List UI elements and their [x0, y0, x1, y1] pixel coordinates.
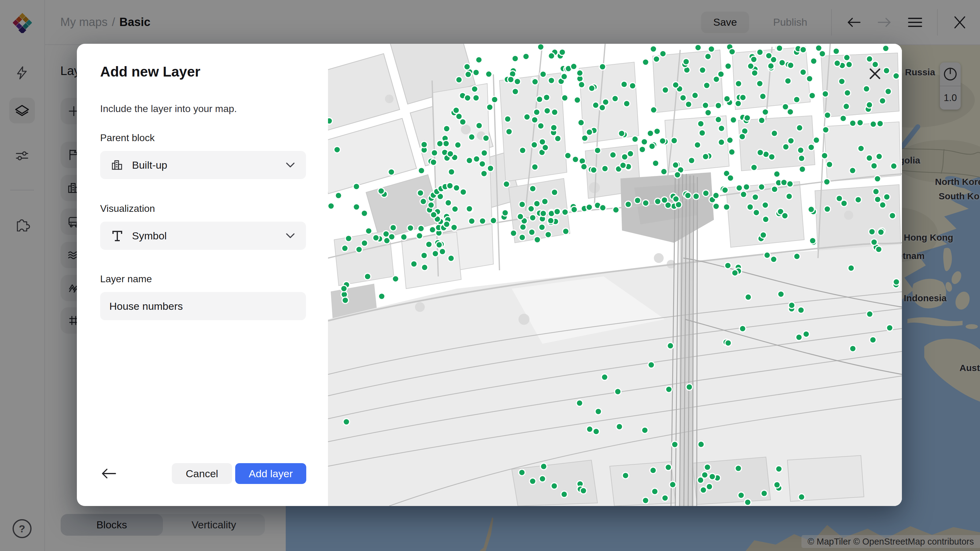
- house-number-marker: [490, 218, 497, 224]
- house-number-marker: [539, 139, 546, 145]
- house-number-marker: [524, 114, 530, 120]
- help-button[interactable]: ?: [13, 519, 32, 538]
- house-number-marker: [625, 201, 632, 208]
- house-number-marker: [411, 261, 417, 267]
- house-number-marker: [431, 150, 438, 156]
- house-number-marker: [671, 137, 678, 144]
- tab-blocks[interactable]: Blocks: [60, 514, 163, 536]
- house-number-marker: [893, 279, 899, 285]
- house-number-marker: [455, 142, 461, 148]
- house-number-marker: [693, 193, 700, 200]
- modal-close-button[interactable]: [866, 65, 884, 83]
- house-number-marker: [725, 340, 731, 346]
- arrow-left-icon: [846, 16, 861, 29]
- country-label: Australia: [959, 363, 980, 373]
- zoom-control[interactable]: 1.0: [940, 62, 961, 110]
- house-number-marker: [799, 155, 805, 162]
- house-number-marker: [481, 170, 487, 177]
- house-number-marker: [747, 204, 753, 210]
- house-number-marker: [759, 117, 765, 124]
- house-number-marker: [870, 337, 876, 343]
- house-number-marker: [599, 105, 605, 111]
- publish-button[interactable]: Publish: [762, 12, 818, 33]
- house-number-marker: [850, 120, 856, 126]
- house-number-marker: [647, 130, 654, 137]
- house-number-marker: [786, 193, 792, 200]
- sidebar-item-plugins[interactable]: [9, 211, 35, 236]
- house-number-marker: [761, 490, 767, 497]
- house-number-marker: [834, 60, 840, 67]
- map-timer-button[interactable]: [940, 62, 961, 86]
- back-button[interactable]: [100, 465, 117, 482]
- house-number-marker: [418, 225, 424, 232]
- house-number-marker: [665, 464, 671, 470]
- house-number-marker: [531, 142, 538, 148]
- house-number-marker: [573, 156, 579, 162]
- house-number-marker: [885, 88, 891, 95]
- house-number-marker: [466, 157, 473, 164]
- house-number-marker: [706, 483, 713, 490]
- house-number-marker: [813, 137, 819, 143]
- redo-button[interactable]: [876, 14, 893, 31]
- house-number-marker: [361, 210, 368, 216]
- sidebar-item-layers[interactable]: [9, 98, 35, 123]
- add-layer-button[interactable]: Add layer: [235, 463, 306, 484]
- house-number-marker: [798, 307, 804, 313]
- house-number-marker: [571, 64, 577, 70]
- sidebar: ?: [0, 0, 45, 551]
- sidebar-item-adjustments[interactable]: [9, 143, 35, 169]
- house-number-marker: [748, 63, 754, 70]
- house-number-marker: [620, 162, 626, 169]
- house-number-marker: [634, 197, 641, 203]
- sidebar-item-shortcuts[interactable]: [9, 60, 35, 86]
- arrow-right-icon: [877, 16, 892, 29]
- house-number-marker: [534, 237, 541, 243]
- house-number-marker: [788, 137, 794, 144]
- house-number-marker: [735, 100, 741, 107]
- save-button[interactable]: Save: [701, 12, 749, 33]
- house-number-marker: [551, 483, 557, 489]
- house-number-marker: [530, 478, 536, 484]
- house-number-marker: [456, 113, 462, 120]
- house-number-marker: [476, 57, 482, 63]
- house-number-marker: [514, 78, 520, 85]
- house-number-marker: [574, 97, 581, 103]
- tab-verticality[interactable]: Verticality: [163, 514, 265, 536]
- house-number-marker: [871, 162, 877, 169]
- house-number-marker: [841, 200, 847, 206]
- house-number-marker: [724, 95, 730, 102]
- house-number-marker: [797, 147, 804, 153]
- house-number-marker: [345, 235, 352, 242]
- house-number-marker: [422, 264, 428, 271]
- house-number-marker: [587, 426, 593, 432]
- house-number-marker: [709, 473, 715, 480]
- cancel-button[interactable]: Cancel: [172, 463, 232, 484]
- house-number-marker: [379, 293, 385, 300]
- house-number-marker: [576, 400, 583, 406]
- arrow-left-icon: [101, 467, 117, 480]
- house-number-marker: [762, 109, 769, 115]
- zoom-level-value: 1.0: [943, 92, 957, 103]
- house-number-marker: [641, 139, 648, 145]
- layer-map-preview[interactable]: [328, 44, 902, 506]
- maptiler-logo[interactable]: [13, 13, 32, 33]
- close-editor-button[interactable]: [951, 14, 968, 31]
- map-attribution: © MapTiler © OpenStreetMap contributors: [802, 535, 980, 548]
- layer-name-input[interactable]: [100, 292, 306, 320]
- layer-name-label: Layer name: [100, 273, 306, 285]
- house-number-marker: [745, 499, 751, 505]
- house-number-marker: [675, 172, 681, 178]
- house-number-marker: [471, 86, 478, 92]
- menu-button[interactable]: [907, 14, 924, 31]
- visualization-select[interactable]: Symbol: [100, 222, 306, 250]
- house-number-marker: [729, 149, 735, 155]
- house-number-marker: [593, 102, 599, 108]
- house-number-marker: [353, 183, 360, 190]
- undo-button[interactable]: [845, 14, 862, 31]
- breadcrumb-parent[interactable]: My maps: [60, 16, 108, 29]
- house-number-marker: [886, 325, 893, 331]
- parent-block-select[interactable]: Built-up: [100, 151, 306, 179]
- house-number-marker: [565, 152, 571, 159]
- house-number-marker: [531, 164, 538, 170]
- house-number-marker: [866, 56, 873, 62]
